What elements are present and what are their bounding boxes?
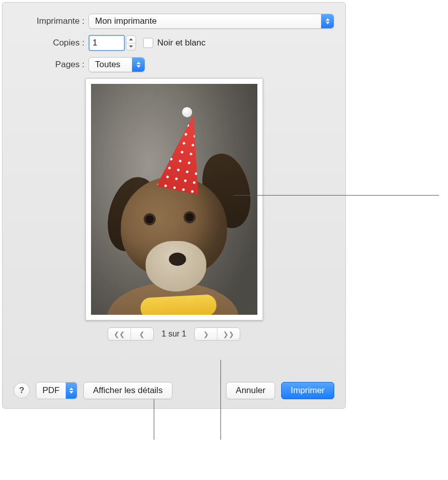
- page-nav: ❮❮ ❮ 1 sur 1 ❯ ❯❯: [108, 327, 241, 341]
- stepper-down-icon[interactable]: [126, 43, 136, 51]
- pdf-menu-button[interactable]: PDF: [36, 382, 77, 399]
- show-details-button[interactable]: Afficher les détails: [83, 382, 172, 399]
- copies-row: Copies : 1 Noir et blanc: [14, 35, 334, 51]
- preview-page: [85, 78, 263, 320]
- printer-selected-value: Mon imprimante: [89, 14, 163, 28]
- chevron-double-left-icon: ❮❮: [114, 330, 125, 338]
- show-details-label: Afficher les détails: [93, 386, 163, 396]
- print-dialog: Imprimante : Mon imprimante Copies : 1 N…: [2, 2, 346, 409]
- preview-image: [91, 84, 257, 315]
- help-button[interactable]: ?: [14, 382, 30, 399]
- next-page-button[interactable]: ❯: [195, 328, 217, 340]
- pages-label: Pages :: [14, 60, 88, 70]
- updown-icon: [66, 382, 77, 399]
- cancel-label: Annuler: [236, 386, 265, 396]
- bw-label: Noir et blanc: [157, 38, 205, 48]
- printer-row: Imprimante : Mon imprimante: [14, 14, 334, 29]
- copies-label: Copies :: [14, 38, 88, 48]
- callout-line: [154, 399, 154, 440]
- dialog-buttons: ? PDF Afficher les détails Annuler Impri…: [14, 382, 334, 399]
- last-page-button[interactable]: ❯❯: [217, 328, 240, 340]
- stepper-up-icon[interactable]: [126, 36, 136, 43]
- copies-value: 1: [93, 38, 97, 48]
- callout-line: [220, 360, 221, 440]
- printer-select[interactable]: Mon imprimante: [88, 14, 334, 29]
- pages-row: Pages : Toutes: [14, 57, 334, 72]
- page-counter: 1 sur 1: [162, 329, 187, 339]
- prev-page-button[interactable]: ❮: [130, 328, 153, 340]
- help-icon: ?: [19, 386, 24, 396]
- pages-selected-value: Toutes: [89, 58, 126, 72]
- chevron-left-icon: ❮: [139, 330, 145, 338]
- cancel-button[interactable]: Annuler: [226, 382, 275, 399]
- callout-line: [234, 195, 439, 196]
- first-page-button[interactable]: ❮❮: [108, 328, 130, 340]
- nav-back-group: ❮❮ ❮: [108, 327, 154, 341]
- chevron-double-right-icon: ❯❯: [223, 330, 234, 338]
- updown-icon: [132, 58, 145, 72]
- bw-checkbox[interactable]: [143, 38, 153, 48]
- print-button[interactable]: Imprimer: [281, 382, 334, 399]
- updown-icon: [321, 14, 334, 28]
- nav-forward-group: ❯ ❯❯: [194, 327, 240, 341]
- print-preview: ❮❮ ❮ 1 sur 1 ❯ ❯❯: [14, 78, 334, 341]
- chevron-right-icon: ❯: [203, 330, 209, 338]
- copies-input[interactable]: 1: [88, 35, 125, 51]
- pdf-label: PDF: [36, 382, 66, 399]
- printer-label: Imprimante :: [14, 16, 88, 26]
- pages-select[interactable]: Toutes: [88, 57, 145, 72]
- print-label: Imprimer: [291, 386, 325, 396]
- copies-stepper[interactable]: [126, 35, 136, 51]
